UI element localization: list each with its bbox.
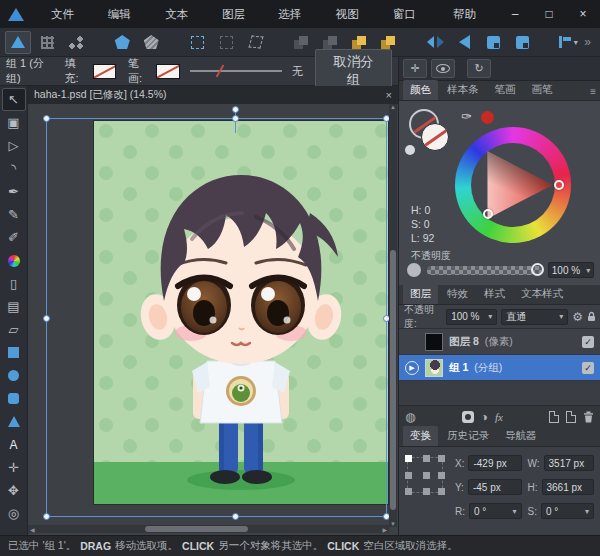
hue-selector[interactable] [554, 180, 564, 190]
scroll-right-icon[interactable]: ▶ [382, 526, 387, 533]
document-tab[interactable]: haha-1.psd [已修改] (14.5%) [34, 88, 166, 102]
layer-row-group[interactable]: ▶ 组 1 (分组) ✓ [399, 355, 600, 381]
flip-vertical-button[interactable] [451, 31, 477, 54]
crop-tool[interactable]: ▱ [2, 318, 26, 341]
maximize-button[interactable]: □ [532, 0, 566, 28]
close-button[interactable]: × [566, 0, 600, 28]
tab-navigator[interactable]: 导航器 [498, 426, 544, 446]
alignment-dropdown[interactable]: ▾ [555, 31, 581, 54]
y-input[interactable]: -45 px [468, 479, 522, 495]
menu-text[interactable]: 文本[T] [152, 0, 209, 28]
color-opacity-slider[interactable] [427, 266, 542, 275]
export-persona-button[interactable] [63, 31, 89, 54]
ellipse-tool[interactable] [2, 364, 26, 387]
stroke-swatch[interactable] [156, 64, 179, 79]
pen-tool[interactable]: ✒ [2, 180, 26, 203]
color-picker-tool[interactable]: ✛ [2, 456, 26, 479]
swap-colors-dot[interactable] [405, 145, 415, 155]
tab-color[interactable]: 颜色 [403, 80, 438, 100]
paint-brush-tool[interactable] [2, 249, 26, 272]
sl-selector[interactable] [483, 209, 493, 219]
selection-marquee-button[interactable] [185, 31, 211, 54]
selection-bounding-box[interactable] [46, 118, 387, 517]
layer-row-pixel[interactable]: 图层 8 (像素) ✓ [399, 329, 600, 355]
node-tool[interactable]: ▷ [2, 134, 26, 157]
tab-layers[interactable]: 图层 [403, 284, 438, 304]
edit-all-layers-icon[interactable]: ◍ [405, 410, 415, 424]
hand-tool[interactable]: ✥ [2, 479, 26, 502]
add-pixel-layer-icon[interactable] [566, 411, 576, 423]
color-opacity-dropdown[interactable]: 100 % ▾ [548, 262, 594, 278]
minimize-button[interactable]: – [498, 0, 532, 28]
vertical-scrollbar[interactable]: ▲ ▼ [389, 104, 397, 527]
insert-behind-button[interactable] [289, 31, 315, 54]
order-back-button[interactable] [509, 31, 535, 54]
layer-effects-icon[interactable]: fx [495, 411, 503, 423]
anchor-point-selector[interactable] [407, 457, 443, 493]
horizontal-scrollbar-thumb[interactable] [145, 526, 248, 532]
x-input[interactable]: -429 px [468, 455, 521, 471]
tab-effects[interactable]: 特效 [440, 284, 475, 304]
stroke-width-slider[interactable] [190, 70, 282, 72]
triangle-tool[interactable] [2, 410, 26, 433]
opacity-slider-handle[interactable] [531, 263, 544, 276]
toolbar-overflow-button[interactable]: » [584, 35, 595, 49]
artboard-tool[interactable]: ▣ [2, 111, 26, 134]
shear-dropdown[interactable]: 0 ° ▾ [541, 503, 594, 519]
handle-top-left[interactable] [43, 115, 50, 122]
handle-bottom-left[interactable] [43, 513, 50, 520]
color-wheel[interactable] [455, 127, 571, 243]
distort-button[interactable] [243, 31, 269, 54]
rotate-view-button[interactable]: ↻ [467, 59, 491, 78]
snapping-button[interactable]: ✛ [403, 59, 427, 78]
horizontal-scrollbar[interactable]: ◀ ▶ [28, 525, 389, 533]
scroll-down-icon[interactable]: ▼ [390, 521, 396, 527]
blend-options-gear-icon[interactable]: ⚙ [572, 310, 583, 324]
fill-swatch[interactable] [93, 64, 116, 79]
order-front-button[interactable] [480, 31, 506, 54]
geometry-add-button[interactable] [109, 31, 135, 54]
menu-edit[interactable]: 编辑[E] [95, 0, 152, 28]
blend-mode-dropdown[interactable]: 直通 ▾ [501, 309, 568, 325]
canvas-viewport[interactable]: ▲ ▼ ◀ ▶ [28, 104, 398, 535]
rotation-handle[interactable] [232, 106, 239, 113]
fill-tool[interactable]: ▯ [2, 272, 26, 295]
expand-group-icon[interactable]: ▶ [405, 361, 419, 375]
tab-text-styles[interactable]: 文本样式 [514, 284, 570, 304]
menu-view[interactable]: 视图[V] [323, 0, 380, 28]
tab-swatches[interactable]: 样本条 [440, 80, 486, 100]
vertical-scrollbar-thumb[interactable] [390, 250, 396, 510]
flip-horizontal-button[interactable] [422, 31, 448, 54]
scroll-left-icon[interactable]: ◀ [30, 526, 35, 533]
tab-styles[interactable]: 样式 [477, 284, 512, 304]
picked-color-swatch[interactable] [481, 111, 494, 124]
scroll-up-icon[interactable]: ▲ [390, 104, 396, 110]
geometry-subtract-button[interactable] [138, 31, 164, 54]
layers-opacity-dropdown[interactable]: 100 % ▾ [446, 309, 497, 325]
panel-menu-icon[interactable]: ≡ [590, 86, 596, 100]
rotation-dropdown[interactable]: 0 ° ▾ [469, 503, 522, 519]
move-tool[interactable]: ↖ [2, 88, 26, 111]
handle-middle-left[interactable] [43, 315, 50, 322]
layer-visibility-checkbox[interactable]: ✓ [582, 336, 594, 348]
menu-window[interactable]: 窗口[W] [380, 0, 440, 28]
h-input[interactable]: 3661 px [542, 479, 595, 495]
corner-tool[interactable]: ◝ [2, 157, 26, 180]
handle-top-center[interactable] [232, 115, 239, 122]
place-image-tool[interactable]: ▤ [2, 295, 26, 318]
menu-file[interactable]: 文件[F] [38, 0, 95, 28]
pencil-tool[interactable]: ✎ [2, 203, 26, 226]
menu-layer[interactable]: 图层[L] [209, 0, 265, 28]
add-layer-icon[interactable] [549, 411, 559, 423]
text-tool[interactable]: A [2, 433, 26, 456]
delete-layer-trash-icon[interactable] [583, 411, 594, 423]
lock-icon[interactable] [587, 311, 595, 322]
fill-color-well[interactable] [421, 123, 449, 151]
menu-select[interactable]: 选择[S] [265, 0, 322, 28]
tab-stroke[interactable]: 笔画 [488, 80, 523, 100]
add-mask-icon[interactable] [462, 411, 474, 423]
menu-help[interactable]: 帮助[H] [440, 0, 498, 28]
vector-brush-tool[interactable]: ✐ [2, 226, 26, 249]
tab-brushes[interactable]: 画笔 [525, 80, 560, 100]
add-adjustment-icon[interactable]: ◑ [481, 410, 488, 424]
